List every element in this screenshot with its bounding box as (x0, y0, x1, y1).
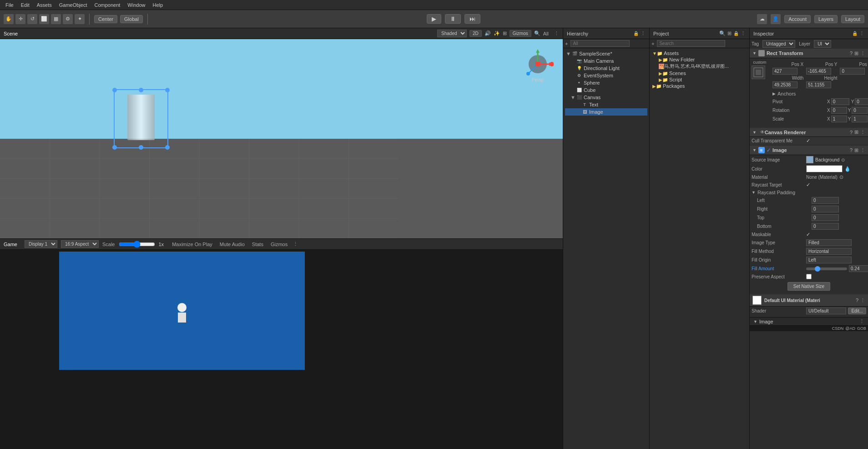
rotation-y-input[interactable] (852, 107, 868, 114)
rp-right-input[interactable] (812, 206, 839, 212)
mute-audio[interactable]: Mute Audio (220, 242, 245, 247)
shader-dropdown[interactable]: UI/Default (806, 308, 846, 314)
pause-button[interactable]: ⏸ (445, 14, 461, 24)
rp-top-input[interactable] (812, 214, 839, 221)
menu-edit[interactable]: Edit (17, 2, 33, 8)
handle-bl[interactable] (112, 145, 117, 150)
hier-scene-root[interactable]: ▼ 🎬 SampleScene* (565, 50, 647, 57)
maximize-on-play[interactable]: Maximize On Play (172, 242, 212, 247)
hier-image[interactable]: 🖼 Image (565, 108, 647, 116)
handle-tr[interactable] (165, 88, 170, 92)
game-viewport[interactable] (59, 252, 305, 370)
hier-eventsystem[interactable]: ⚙ EventSystem (565, 72, 647, 79)
rect-tool-icon[interactable]: ▦ (51, 14, 61, 24)
add-project-icon[interactable]: + (651, 41, 654, 46)
proj-script-folder[interactable]: ▶📁 Script (651, 76, 747, 83)
material-component-header[interactable]: Default UI Material (Materi ? ⋮ (750, 294, 868, 307)
audio-icon[interactable]: 🔊 (484, 30, 491, 36)
cr-eye-icon[interactable]: 👁 (760, 130, 765, 135)
rt-anchor-box[interactable] (752, 66, 765, 79)
inspector-lock-icon[interactable]: 🔒 (852, 31, 858, 36)
move-tool-icon[interactable]: ✛ (15, 14, 25, 24)
maskable-check[interactable]: ✓ (806, 232, 810, 237)
scene-viewport[interactable]: Persp (0, 39, 563, 238)
handle-bm[interactable] (139, 145, 143, 150)
mat-more-icon[interactable]: ⋮ (860, 298, 865, 303)
pos-z-input[interactable] (840, 68, 865, 75)
hier-canvas[interactable]: ▼ ⬛ Canvas (565, 94, 647, 101)
hier-text[interactable]: T Text (565, 101, 647, 108)
color-picker[interactable] (806, 165, 843, 172)
rp-bottom-input[interactable] (812, 223, 839, 230)
pivot-x-input[interactable] (831, 98, 849, 105)
hand-tool-icon[interactable]: ✋ (4, 14, 14, 24)
anchors-expand[interactable]: ▶ (772, 91, 776, 96)
image-component-header[interactable]: ▼ ⊞ ✓ Image ? ⊞ ⋮ (750, 146, 868, 155)
handle-br[interactable] (165, 145, 170, 150)
project-more-icon[interactable]: ⋮ (741, 30, 746, 36)
rt-help-icon[interactable]: ? (850, 50, 853, 56)
display-select[interactable]: Display 1 (25, 240, 57, 248)
scene-tab[interactable]: Scene (4, 31, 18, 36)
fill-method-dropdown[interactable]: Horizontal (806, 248, 852, 255)
global-button[interactable]: Global (120, 15, 143, 23)
proj-scenes-folder[interactable]: ▶📁 Scenes (651, 70, 747, 76)
overlay-icon[interactable]: ⊞ (503, 30, 507, 36)
rt-settings-icon[interactable]: ⊞ (854, 50, 858, 56)
game-more-icon[interactable]: ⋮ (293, 241, 298, 247)
rotation-x-input[interactable] (831, 107, 847, 114)
scene-more-icon[interactable]: ⋮ (554, 30, 559, 36)
img-settings-icon[interactable]: ⊞ (854, 147, 858, 153)
scale-x-input[interactable] (831, 116, 847, 122)
image-bottom-more-icon[interactable]: ⋮ (859, 318, 864, 324)
hierarchy-lock-icon[interactable]: 🔒 (633, 31, 639, 36)
step-button[interactable]: ⏭ (464, 14, 480, 24)
width-input[interactable] (772, 81, 797, 88)
rp-left-input[interactable] (812, 197, 839, 204)
hier-sphere[interactable]: ⚬ Sphere (565, 79, 647, 86)
gizmos-button[interactable]: Gizmos (510, 30, 531, 37)
effects-icon[interactable]: ✨ (494, 30, 500, 36)
selected-object[interactable] (114, 89, 168, 148)
stats-button[interactable]: Stats (252, 242, 263, 247)
account-icon[interactable]: 👤 (771, 14, 781, 24)
img-help-icon[interactable]: ? (850, 147, 853, 153)
native-size-button[interactable]: Set Native Size (787, 282, 830, 291)
search-icon[interactable]: 🔍 (534, 30, 540, 36)
project-search-input[interactable] (657, 40, 725, 47)
shading-dropdown[interactable]: Shaded (437, 30, 467, 37)
menu-file[interactable]: File (2, 2, 17, 8)
preserve-aspect-checkbox[interactable] (806, 274, 812, 279)
aspect-select[interactable]: 16:9 Aspect (61, 240, 99, 248)
menu-help[interactable]: Help (149, 2, 167, 8)
hier-cube[interactable]: ⬜ Cube (565, 86, 647, 94)
tag-dropdown[interactable]: Untagged (762, 40, 795, 48)
scale-slider[interactable] (119, 241, 155, 248)
transform-tool-icon[interactable]: ⚙ (63, 14, 73, 24)
raycast-target-check[interactable]: ✓ (806, 182, 810, 188)
scene-gizmo[interactable]: Persp (522, 48, 554, 80)
layout-button[interactable]: Layout (841, 15, 864, 23)
fill-amount-slider[interactable] (806, 267, 847, 270)
game-tab[interactable]: Game (4, 242, 17, 247)
2d-button[interactable]: 2D (469, 30, 482, 37)
fill-origin-dropdown[interactable]: Left (806, 257, 852, 263)
center-button[interactable]: Center (94, 15, 117, 23)
inspector-more-icon[interactable]: ⋮ (859, 30, 864, 36)
image-type-dropdown[interactable]: Filled (806, 239, 852, 246)
proj-new-folder[interactable]: ▶📁 New Folder (651, 56, 747, 63)
pos-x-input[interactable] (772, 68, 797, 75)
pos-y-input[interactable] (806, 68, 831, 75)
img-more-icon[interactable]: ⋮ (860, 147, 865, 153)
menu-gameobject[interactable]: GameObject (56, 2, 91, 8)
scale-tool-icon[interactable]: ⬜ (39, 14, 49, 24)
project-search-icon[interactable]: 🔍 (719, 30, 726, 36)
cull-check[interactable]: ✓ (806, 138, 810, 144)
layers-button[interactable]: Layers (814, 15, 838, 23)
hierarchy-search[interactable] (570, 40, 630, 47)
mat-help-icon[interactable]: ? (856, 298, 858, 303)
proj-assets-folder[interactable]: ▼📁 Assets (651, 50, 747, 56)
game-gizmos[interactable]: Gizmos (271, 242, 288, 247)
rt-more-icon[interactable]: ⋮ (860, 50, 865, 56)
cr-more-icon[interactable]: ⋮ (860, 129, 865, 135)
